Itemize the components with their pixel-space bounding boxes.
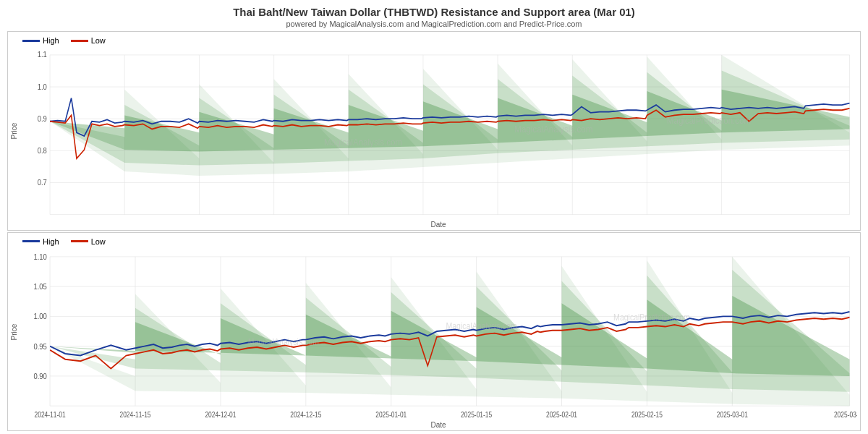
- watermark5: MagicalAnalysis.com: [446, 320, 517, 331]
- subtitle: powered by MagicalAnalysis.com and Magic…: [286, 20, 582, 28]
- svg-text:2024-11-15: 2024-11-15: [119, 409, 150, 418]
- svg-text:0.9: 0.9: [38, 114, 48, 123]
- chart1-legend-low: Low: [71, 36, 106, 45]
- main-title: Thai Baht/New Taiwan Dollar (THBTWD) Res…: [233, 6, 635, 18]
- watermark1: MagicalAnalysis.com: [324, 137, 402, 148]
- chart2-y-label: Price: [8, 233, 20, 431]
- chart1-legend-high: High: [22, 36, 59, 45]
- charts-wrapper: Price High Low: [7, 31, 861, 431]
- high-line-icon: [22, 40, 40, 42]
- svg-text:1.0: 1.0: [38, 82, 48, 91]
- chart1-low-label: Low: [91, 36, 106, 45]
- chart2-svg: 1.10 1.05 1.00 0.95 0.90: [20, 247, 857, 420]
- watermark3: MagicalPrediction.com: [667, 116, 751, 127]
- chart1-container: Price High Low: [7, 31, 861, 231]
- chart1-x-label: Date: [20, 221, 857, 229]
- svg-text:0.90: 0.90: [33, 370, 47, 380]
- low-line-icon: [71, 40, 88, 42]
- chart2-legend-low: Low: [71, 237, 106, 246]
- svg-text:0.8: 0.8: [38, 146, 48, 155]
- chart1-high-label: High: [43, 36, 59, 45]
- svg-text:0.7: 0.7: [38, 178, 48, 187]
- high-line-icon-2: [22, 240, 40, 242]
- svg-text:1.00: 1.00: [33, 311, 47, 320]
- chart2-container: Price High Low: [7, 232, 861, 432]
- svg-text:2025-02-15: 2025-02-15: [631, 409, 663, 418]
- chart2-x-label: Date: [20, 421, 857, 429]
- chart2-legend: High Low: [20, 236, 857, 247]
- svg-text:2024-12-15: 2024-12-15: [290, 409, 321, 418]
- svg-text:1.10: 1.10: [33, 251, 47, 260]
- chart1-inner: High Low 1.1 1.: [20, 32, 860, 230]
- chart1-legend: High Low: [20, 35, 857, 46]
- low-line-icon-2: [71, 240, 88, 242]
- svg-text:0.95: 0.95: [33, 341, 47, 350]
- svg-text:2025-02-01: 2025-02-01: [546, 409, 577, 418]
- svg-text:1.05: 1.05: [33, 281, 47, 291]
- svg-text:2025-01-01: 2025-01-01: [375, 409, 407, 418]
- chart1-y-label: Price: [8, 32, 20, 230]
- chart1-svg: 1.1 1.0 0.9 0.8 0.7: [20, 46, 857, 219]
- page-container: Thai Baht/New Taiwan Dollar (THBTWD) Res…: [0, 0, 868, 434]
- watermark6: MagicalPrediction.com: [613, 311, 690, 321]
- svg-text:2024-11-01: 2024-11-01: [35, 409, 66, 418]
- svg-text:1.1: 1.1: [38, 51, 48, 59]
- svg-text:2025-03-15: 2025-03-15: [834, 409, 857, 418]
- chart2-inner: High Low 1.10 1: [20, 233, 860, 431]
- svg-text:2024-12-01: 2024-12-01: [205, 409, 236, 418]
- watermark2: MagicalAnalysis.com: [514, 124, 592, 135]
- svg-text:2025-01-15: 2025-01-15: [461, 409, 492, 418]
- watermark4: MagicalAnalysis.com: [248, 336, 319, 346]
- chart2-low-label: Low: [91, 237, 106, 246]
- chart2-high-label: High: [43, 237, 59, 246]
- chart2-legend-high: High: [22, 237, 59, 246]
- svg-text:2025-03-01: 2025-03-01: [717, 409, 748, 418]
